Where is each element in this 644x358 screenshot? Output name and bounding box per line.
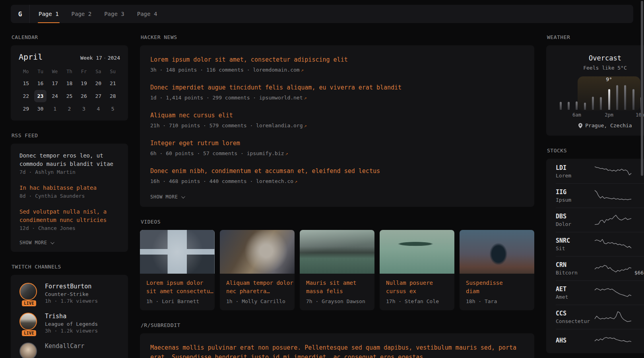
- calendar-card: April Week 17·2024 Mo Tu We Th: [11, 45, 128, 121]
- twitch-channel-info: KendallCarr: [45, 342, 84, 358]
- weather-bar: [592, 97, 594, 110]
- page-tab[interactable]: Page 1: [38, 5, 60, 23]
- video-card[interactable]: Lorem ipsum dolor sit amet consectetu… 1…: [140, 230, 215, 310]
- subreddit-widget: /R/SUBREDDIT Maecenas mollis pulvinar er…: [140, 322, 534, 358]
- twitch-channel-row[interactable]: LIVE ForrestBurton Counter-Strike 1h · 1…: [19, 283, 119, 304]
- hackernews-item-domain[interactable]: loremtech.co: [256, 178, 293, 184]
- hackernews-item-domain[interactable]: loremdomain.com: [253, 67, 299, 73]
- stock-row[interactable]: SNRC Sit +1.36% $148.64: [556, 232, 644, 256]
- weather-widget: WEATHER Overcast Feels like 5°C 6am9°2pm…: [546, 34, 644, 136]
- stock-symbol: SNRC: [556, 237, 594, 244]
- stock-row[interactable]: AHS +0.46%: [556, 329, 644, 352]
- stock-row[interactable]: DBS Dolor +1.42% $156.28: [556, 208, 644, 232]
- video-thumbnail[interactable]: [300, 230, 374, 274]
- stock-row[interactable]: CRN Bitcorn -1.00% $66,171.48: [556, 256, 644, 280]
- stock-symbol: IIG: [556, 189, 594, 196]
- hackernews-item-domain[interactable]: ipsumworld.net: [259, 95, 303, 101]
- hackernews-item-meta: 1d · 1,414 points · 299 comments · ipsum…: [150, 95, 524, 101]
- stock-sparkline: [594, 286, 632, 300]
- weather-hour-column: [557, 76, 564, 118]
- widget-grid: CALENDAR April Week 17·2024 Mo Tu: [11, 34, 633, 358]
- rss-widget: RSS FEED Donec tempor eros leo, ut commo…: [11, 132, 128, 252]
- rss-item-title[interactable]: Sed volutpat nulla nisl, a condimentum n…: [19, 208, 119, 224]
- page-tab[interactable]: Page 3: [103, 5, 125, 23]
- calendar-grid: Mo Tu We Th Fr Sa Su: [19, 66, 120, 115]
- external-link-icon: ↗: [304, 95, 307, 101]
- video-title[interactable]: Aliquam tempor dolor nec pharetra…: [226, 279, 288, 296]
- video-card[interactable]: Nullam posuere cursus ex 17h · Stefan Co…: [380, 230, 454, 310]
- hackernews-item: Aliquam nec cursus elit 21h · 710 points…: [150, 111, 524, 128]
- weather-bar: [568, 102, 570, 110]
- video-title[interactable]: Suspendisse diam: [466, 279, 528, 296]
- hackernews-item-title[interactable]: Lorem ipsum dolor sit amet, consectetur …: [150, 55, 524, 64]
- video-thumbnail[interactable]: [460, 230, 534, 274]
- video-meta: 1h · Molly Carrillo: [226, 298, 288, 304]
- twitch-channel-name[interactable]: KendallCarr: [45, 342, 84, 350]
- twitch-channel-game: Counter-Strike: [45, 291, 98, 297]
- twitch-channel-name[interactable]: ForrestBurton: [45, 283, 98, 290]
- right-column: WEATHER Overcast Feels like 5°C 6am9°2pm…: [546, 34, 644, 353]
- page-tabs: Page 1 Page 2 Page 3 Page 4: [30, 5, 158, 23]
- calendar-widget: CALENDAR April Week 17·2024 Mo Tu: [11, 34, 128, 121]
- hackernews-item-domain[interactable]: ipsumify.biz: [247, 150, 284, 156]
- video-card[interactable]: Suspendisse diam 18h · Tara: [460, 230, 534, 310]
- stock-row[interactable]: CCS Consectetur +0.51% $165.84: [556, 305, 644, 329]
- video-title[interactable]: Mauris sit amet massa felis: [306, 279, 368, 296]
- calendar-day-cell: 23: [34, 90, 47, 102]
- calendar-day-cell: 20: [92, 77, 105, 90]
- page-tab[interactable]: Page 2: [71, 5, 93, 23]
- scrollbar-thumb[interactable]: [641, 1, 643, 176]
- hackernews-item-title[interactable]: Integer eget rutrum lorem: [150, 138, 524, 148]
- calendar-day-cell: 18: [63, 77, 76, 90]
- rss-show-more-button[interactable]: SHOW MORE: [19, 240, 119, 245]
- video-thumbnail[interactable]: [220, 230, 295, 274]
- video-card-body: Mauris sit amet massa felis 7h · Grayson…: [300, 274, 374, 310]
- stock-name: Dolor: [556, 221, 594, 227]
- calendar-day-cell: 27: [92, 90, 105, 102]
- rss-item-title[interactable]: Donec tempor eros leo, ut commodo mauris…: [19, 152, 119, 168]
- video-thumbnail[interactable]: [380, 230, 454, 274]
- calendar-week-label: Week 17: [80, 55, 102, 61]
- stock-row[interactable]: IIG Ipsum +2.84% $42.04: [556, 183, 644, 208]
- left-column: CALENDAR April Week 17·2024 Mo Tu: [11, 34, 128, 358]
- twitch-channel-row[interactable]: LIVE Trisha League of Legends 3h · 1.2k …: [19, 313, 119, 334]
- hackernews-item-meta: 3h · 148 points · 116 comments · loremdo…: [150, 67, 524, 73]
- page-scrollbar[interactable]: [640, 0, 644, 358]
- hackernews-item-title[interactable]: Donec enim nibh, condimentum et accumsan…: [150, 166, 524, 176]
- subreddit-post-title[interactable]: Maecenas mollis pulvinar erat non posuer…: [150, 343, 524, 358]
- stock-info: DBS Dolor: [556, 213, 594, 227]
- stock-sparkline: [594, 189, 632, 202]
- page-tab[interactable]: Page 4: [136, 5, 158, 23]
- twitch-channel-name[interactable]: Trisha: [45, 313, 98, 320]
- video-card-body: Suspendisse diam 18h · Tara: [460, 274, 534, 310]
- hackernews-item-title[interactable]: Donec imperdiet augue tincidunt felis al…: [150, 83, 524, 92]
- stock-row[interactable]: LDI Lorem +4.35% $795.18: [556, 160, 644, 183]
- calendar-day-cell: 26: [78, 90, 90, 102]
- rss-item: In hac habitasse platea 8d · Cynthia Sau…: [19, 184, 119, 199]
- calendar-day-cell: 15: [20, 77, 32, 90]
- twitch-channel-row[interactable]: KendallCarr: [19, 342, 119, 358]
- video-card[interactable]: Aliquam tempor dolor nec pharetra… 1h · …: [220, 230, 295, 310]
- stock-info: AET Amet: [556, 286, 594, 300]
- hackernews-item-domain[interactable]: loremlandia.org: [256, 123, 303, 128]
- stocks-widget: STOCKS LDI Lorem +4.35% $795.18: [546, 148, 644, 353]
- stock-name: Amet: [556, 294, 594, 300]
- rss-item-title[interactable]: In hac habitasse platea: [19, 184, 119, 192]
- video-thumbnail[interactable]: [140, 230, 215, 274]
- video-card[interactable]: Mauris sit amet massa felis 7h · Grayson…: [300, 230, 374, 310]
- calendar-day-cell: 16: [34, 77, 47, 90]
- video-title[interactable]: Lorem ipsum dolor sit amet consectetu…: [146, 279, 208, 296]
- calendar-day-cell: 19: [78, 77, 90, 90]
- calendar-day-cell: 24: [49, 90, 61, 102]
- video-meta: 1h · Lori Barnett: [146, 298, 208, 304]
- weather-location: Prague, Czechia: [556, 123, 644, 128]
- hackernews-item-title[interactable]: Aliquam nec cursus elit: [150, 111, 524, 120]
- stock-info: IIG Ipsum: [556, 189, 594, 203]
- twitch-avatar-wrap: LIVE: [19, 313, 39, 334]
- live-badge: LIVE: [22, 330, 36, 336]
- video-title[interactable]: Nullam posuere cursus ex: [386, 279, 448, 296]
- calendar-section-title: CALENDAR: [12, 34, 128, 40]
- hackernews-show-more-button[interactable]: SHOW MORE: [150, 194, 524, 200]
- stock-row[interactable]: AET Amet +0.92% $499.72: [556, 280, 644, 305]
- app-logo[interactable]: G: [11, 5, 30, 23]
